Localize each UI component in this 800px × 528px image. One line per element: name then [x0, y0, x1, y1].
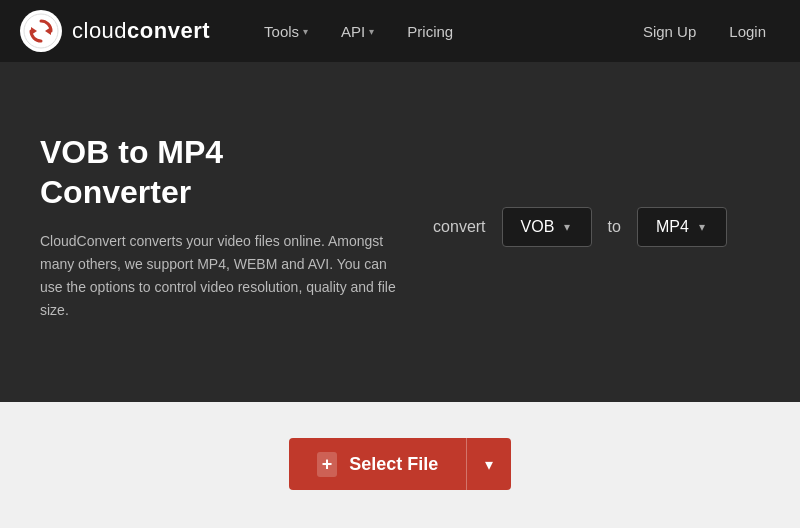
convert-label: convert: [433, 218, 485, 236]
page-title: VOB to MP4Converter: [40, 132, 400, 212]
nav-item-pricing[interactable]: Pricing: [393, 15, 467, 48]
hero-description: CloudConvert converts your video files o…: [40, 230, 400, 322]
to-format-label: MP4: [656, 218, 689, 236]
to-format-dropdown[interactable]: MP4 ▾: [637, 207, 727, 247]
select-file-chevron[interactable]: ▾: [467, 438, 511, 490]
chevron-down-icon: ▾: [564, 220, 570, 234]
bottom-section: + Select File ▾: [0, 402, 800, 528]
file-plus-icon: +: [317, 452, 338, 477]
select-file-main: + Select File: [289, 438, 468, 490]
brand[interactable]: cloudconvert: [20, 10, 210, 52]
hero-right: convert VOB ▾ to MP4 ▾: [400, 207, 760, 247]
select-file-label: Select File: [349, 454, 438, 475]
nav-right: Sign Up Login: [629, 15, 780, 48]
chevron-down-icon: ▾: [369, 26, 374, 37]
to-label: to: [608, 218, 621, 236]
hero-section: VOB to MP4Converter CloudConvert convert…: [0, 62, 800, 402]
chevron-down-icon: ▾: [699, 220, 705, 234]
logo-icon: [20, 10, 62, 52]
svg-point-0: [24, 14, 58, 48]
chevron-down-icon: ▾: [485, 455, 493, 474]
from-format-label: VOB: [521, 218, 555, 236]
hero-left: VOB to MP4Converter CloudConvert convert…: [40, 132, 400, 322]
nav-item-tools[interactable]: Tools ▾: [250, 15, 322, 48]
navbar: cloudconvert Tools ▾ API ▾ Pricing Sign …: [0, 0, 800, 62]
select-file-button[interactable]: + Select File ▾: [289, 438, 512, 490]
nav-item-api[interactable]: API ▾: [327, 15, 388, 48]
nav-item-signup[interactable]: Sign Up: [629, 15, 710, 48]
brand-name: cloudconvert: [72, 18, 210, 44]
chevron-down-icon: ▾: [303, 26, 308, 37]
nav-links: Tools ▾ API ▾ Pricing: [250, 15, 629, 48]
from-format-dropdown[interactable]: VOB ▾: [502, 207, 592, 247]
nav-item-login[interactable]: Login: [715, 15, 780, 48]
